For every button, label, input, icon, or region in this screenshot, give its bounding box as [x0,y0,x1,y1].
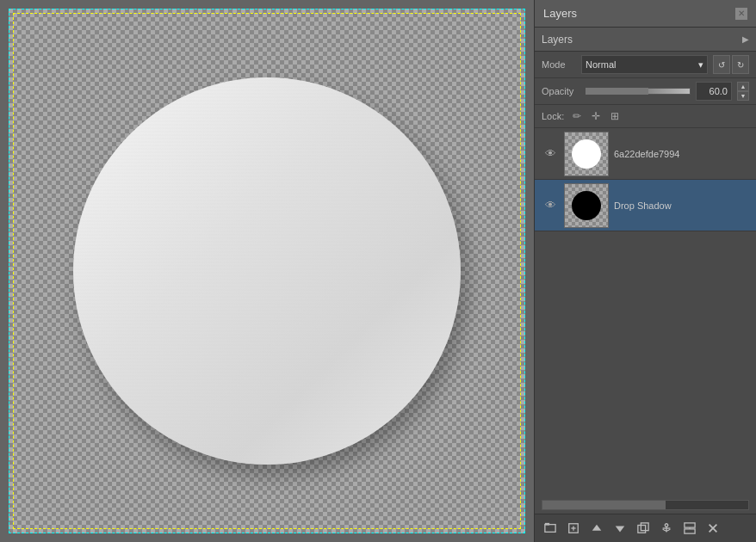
panel-window-title: Layers [543,7,577,20]
thumb-black-circle [572,191,601,220]
layer-name: Drop Shadow [614,200,749,211]
svg-rect-8 [641,523,648,531]
layers-panel: Layers ✕ Layers ▶ Mode Normal ▾ ↺ ↻ Opac… [534,0,756,542]
svg-marker-6 [616,526,625,532]
opacity-label: Opacity [542,86,580,96]
canvas-area [0,0,534,542]
move-down-button[interactable] [610,518,630,539]
delete-icon [707,522,719,534]
opacity-row: Opacity 60.0 ▲ ▼ [535,78,756,105]
scrollbar-thumb [542,501,666,509]
layer-visibility-eye[interactable]: 👁 [542,147,559,160]
duplicate-icon [637,522,649,534]
layers-list: 👁 6a22defde7994 👁 Drop Shadow [535,128,756,496]
new-layer-button[interactable] [563,518,584,539]
new-group-button[interactable] [540,518,561,539]
panel-titlebar: Layers ✕ [535,0,756,28]
mode-next-button[interactable]: ↻ [732,55,749,74]
opacity-decrement-button[interactable]: ▼ [737,91,749,101]
svg-marker-5 [592,525,602,531]
canvas-content [0,0,534,542]
opacity-slider-container[interactable] [586,83,691,99]
opacity-value: 60.0 [710,86,728,96]
svg-rect-1 [545,523,549,526]
new-layer-icon [567,522,579,534]
opacity-increment-button[interactable]: ▲ [737,82,749,91]
merge-icon [684,522,696,534]
layer-item[interactable]: 👁 Drop Shadow [535,180,756,231]
svg-rect-13 [685,529,695,533]
panel-options-icon[interactable]: ▶ [742,34,749,44]
merge-button[interactable] [679,518,700,539]
lock-all-button[interactable]: ⊞ [609,108,621,124]
lock-label: Lock: [542,111,564,121]
layer-thumbnail [564,132,609,176]
move-down-icon [614,522,626,534]
layers-scrollbar[interactable] [542,500,749,510]
mode-row: Mode Normal ▾ ↺ ↻ [535,52,756,78]
delete-button[interactable] [703,518,723,539]
panel-close-button[interactable]: ✕ [735,8,747,20]
lock-pixels-button[interactable]: ✏ [571,108,583,124]
panel-sub-title: Layers [542,34,573,46]
anchor-button[interactable] [656,518,677,539]
mode-arrows: ↺ ↻ [713,55,749,74]
opacity-slider-fill [586,88,648,95]
svg-rect-7 [638,526,646,533]
opacity-slider-track [586,88,691,95]
mode-prev-button[interactable]: ↺ [713,55,730,74]
layer-item[interactable]: 👁 6a22defde7994 [535,128,756,180]
layer-name: 6a22defde7994 [614,149,749,159]
move-up-icon [591,522,603,534]
layers-toolbar [535,514,756,542]
opacity-spinners: ▲ ▼ [737,82,749,101]
duplicate-button[interactable] [633,518,654,539]
lock-move-button[interactable]: ✛ [590,108,602,124]
new-group-icon [544,522,556,534]
layer-visibility-eye[interactable]: 👁 [542,199,559,212]
thumb-white-circle [572,139,601,169]
anchor-icon [660,522,672,534]
mode-label: Mode [542,59,576,70]
mode-value: Normal [586,59,616,70]
canvas-circle [73,77,461,465]
opacity-value-box[interactable]: 60.0 [696,82,732,101]
svg-rect-12 [685,523,695,527]
move-up-button[interactable] [586,518,607,539]
panel-header: Layers ▶ [535,28,756,52]
mode-select[interactable]: Normal ▾ [581,55,708,74]
svg-point-9 [665,524,668,527]
mode-dropdown-arrow: ▾ [698,59,703,71]
svg-rect-0 [545,525,555,533]
layer-thumbnail [564,183,609,228]
lock-row: Lock: ✏ ✛ ⊞ [535,105,756,128]
